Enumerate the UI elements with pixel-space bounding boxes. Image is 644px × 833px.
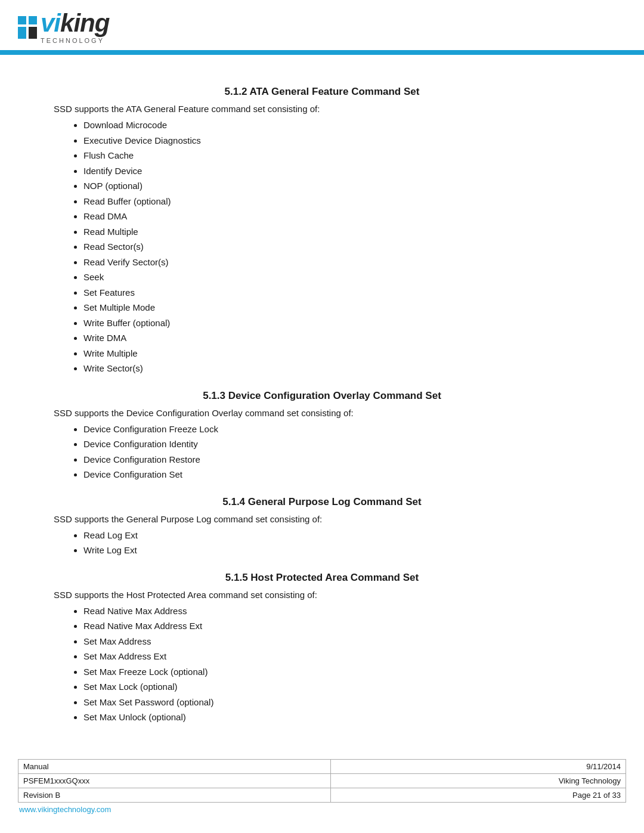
- svg-rect-1: [29, 16, 37, 24]
- section-5-1-3-list: Device Configuration Freeze Lock Device …: [54, 423, 590, 482]
- list-item: Set Max Lock (optional): [83, 680, 590, 694]
- section-5-1-3: 5.1.3 Device Configuration Overlay Comma…: [54, 390, 590, 482]
- section-5-1-5-intro: SSD supports the Host Protected Area com…: [54, 590, 590, 600]
- section-5-1-2-intro: SSD supports the ATA General Feature com…: [54, 104, 590, 114]
- list-item: Set Max Set Password (optional): [83, 696, 590, 710]
- footer-model: PSFEM1xxxGQxxx: [18, 774, 331, 788]
- footer-date: 9/11/2014: [330, 760, 626, 774]
- header-stripe: [0, 50, 644, 55]
- list-item: NOP (optional): [83, 179, 590, 193]
- footer-row-2: PSFEM1xxxGQxxx Viking Technology: [18, 774, 626, 788]
- page-footer: Manual 9/11/2014 PSFEM1xxxGQxxx Viking T…: [0, 759, 644, 814]
- page-header: viking TECHNOLOGY: [0, 0, 644, 50]
- section-5-1-5: 5.1.5 Host Protected Area Command Set SS…: [54, 572, 590, 724]
- list-item: Set Features: [83, 286, 590, 300]
- list-item: Download Microcode: [83, 119, 590, 132]
- section-5-1-3-heading: 5.1.3 Device Configuration Overlay Comma…: [54, 390, 590, 402]
- logo-technology-label: TECHNOLOGY: [41, 37, 104, 44]
- list-item: Write Multiple: [83, 347, 590, 361]
- list-item: Set Max Freeze Lock (optional): [83, 665, 590, 679]
- list-item: Seek: [83, 271, 590, 284]
- list-item: Read Verify Sector(s): [83, 256, 590, 270]
- svg-rect-0: [18, 16, 26, 24]
- list-item: Device Configuration Identity: [83, 438, 590, 451]
- svg-rect-2: [18, 27, 26, 39]
- section-5-1-4-intro: SSD supports the General Purpose Log com…: [54, 514, 590, 524]
- section-5-1-5-list: Read Native Max Address Read Native Max …: [54, 605, 590, 724]
- logo-viking-name: viking: [41, 11, 109, 36]
- list-item: Device Configuration Set: [83, 468, 590, 482]
- footer-revision: Revision B: [18, 788, 331, 803]
- section-5-1-4-list: Read Log Ext Write Log Ext: [54, 529, 590, 558]
- svg-rect-3: [29, 27, 37, 39]
- list-item: Write Buffer (optional): [83, 317, 590, 330]
- list-item: Flush Cache: [83, 149, 590, 163]
- footer-manual-label: Manual: [18, 760, 331, 774]
- section-5-1-2-list: Download Microcode Executive Device Diag…: [54, 119, 590, 376]
- list-item: Set Max Address: [83, 635, 590, 649]
- logo: viking TECHNOLOGY: [18, 11, 109, 44]
- list-item: Set Max Address Ext: [83, 650, 590, 664]
- section-5-1-5-heading: 5.1.5 Host Protected Area Command Set: [54, 572, 590, 584]
- list-item: Read Native Max Address Ext: [83, 620, 590, 633]
- list-item: Write Sector(s): [83, 362, 590, 376]
- list-item: Set Multiple Mode: [83, 301, 590, 315]
- list-item: Read Buffer (optional): [83, 195, 590, 209]
- section-5-1-2: 5.1.2 ATA General Feature Command Set SS…: [54, 86, 590, 376]
- footer-website[interactable]: www.vikingtechnology.com: [18, 805, 626, 814]
- list-item: Write DMA: [83, 332, 590, 345]
- footer-row-1: Manual 9/11/2014: [18, 760, 626, 774]
- list-item: Device Configuration Freeze Lock: [83, 423, 590, 436]
- footer-page: Page 21 of 33: [330, 788, 626, 803]
- section-5-1-3-intro: SSD supports the Device Configuration Ov…: [54, 408, 590, 418]
- logo-text: viking TECHNOLOGY: [41, 11, 109, 44]
- list-item: Executive Device Diagnostics: [83, 134, 590, 148]
- list-item: Device Configuration Restore: [83, 453, 590, 467]
- list-item: Identify Device: [83, 165, 590, 178]
- main-content: 5.1.2 ATA General Feature Command Set SS…: [0, 55, 644, 742]
- footer-company: Viking Technology: [330, 774, 626, 788]
- section-5-1-4: 5.1.4 General Purpose Log Command Set SS…: [54, 496, 590, 558]
- list-item: Read Sector(s): [83, 240, 590, 254]
- list-item: Read Multiple: [83, 225, 590, 239]
- section-5-1-2-heading: 5.1.2 ATA General Feature Command Set: [54, 86, 590, 98]
- footer-table: Manual 9/11/2014 PSFEM1xxxGQxxx Viking T…: [18, 759, 626, 803]
- list-item: Read DMA: [83, 210, 590, 224]
- list-item: Set Max Unlock (optional): [83, 711, 590, 724]
- list-item: Write Log Ext: [83, 544, 590, 558]
- list-item: Read Native Max Address: [83, 605, 590, 618]
- list-item: Read Log Ext: [83, 529, 590, 543]
- section-5-1-4-heading: 5.1.4 General Purpose Log Command Set: [54, 496, 590, 508]
- footer-row-3: Revision B Page 21 of 33: [18, 788, 626, 803]
- viking-logo-icon: [18, 16, 37, 39]
